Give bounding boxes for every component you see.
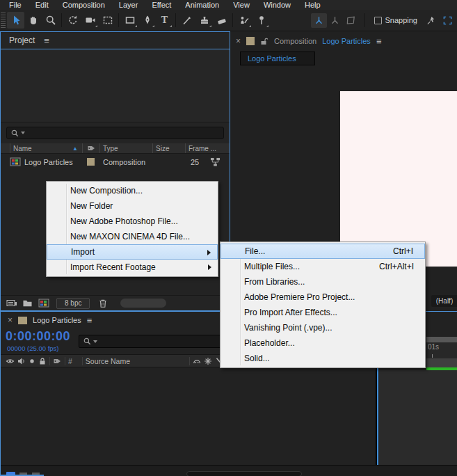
source-name-column-label[interactable]: Source Name <box>86 357 130 365</box>
label-column-icon[interactable] <box>53 357 62 365</box>
item-label-cell[interactable] <box>82 158 99 166</box>
menu-item-import-from-libraries[interactable]: From Libraries... <box>221 274 425 289</box>
brush-tool-icon[interactable] <box>178 12 195 29</box>
view-axis-mode-icon[interactable] <box>343 13 359 28</box>
toggle-modes-icon[interactable] <box>19 473 27 476</box>
menu-item-pro-import-after-effects[interactable]: Pro Import After Effects... <box>221 305 425 320</box>
menu-item-import-file[interactable]: File... Ctrl+I <box>221 244 425 259</box>
project-item-row[interactable]: Logo Particles Composition 25 <box>1 154 230 170</box>
timeline-panel-menu-icon[interactable]: ≡ <box>87 315 93 326</box>
menu-item-import-multiple-files[interactable]: Multiple Files... Ctrl+Alt+I <box>221 259 425 274</box>
resolution-dropdown[interactable]: (Half) <box>431 295 457 307</box>
time-navigator[interactable] <box>426 337 457 342</box>
import-submenu: File... Ctrl+I Multiple Files... Ctrl+Al… <box>220 241 426 368</box>
toolbar-grip[interactable] <box>1 13 6 28</box>
frame-blend-icon[interactable] <box>204 357 212 365</box>
column-size[interactable]: Size <box>152 143 185 153</box>
eraser-tool-icon[interactable] <box>213 12 230 29</box>
trash-icon[interactable] <box>95 299 111 308</box>
composition-tab[interactable]: Logo Particles <box>240 51 315 65</box>
timeline-zoom-slider[interactable] <box>186 471 302 476</box>
interpret-footage-icon[interactable] <box>3 299 19 308</box>
timeline-track-area[interactable] <box>379 370 457 466</box>
label-color-chip[interactable] <box>18 317 27 324</box>
toolbar-right-cluster: Snapping <box>311 13 457 28</box>
new-composition-icon[interactable] <box>35 299 51 308</box>
project-search-input[interactable] <box>6 127 224 139</box>
menu-effect[interactable]: Effect <box>145 0 178 10</box>
toggle-switches-icon[interactable] <box>6 472 15 476</box>
current-timecode[interactable]: 0:00:00:00 <box>6 329 70 344</box>
menu-item-new-folder[interactable]: New Folder <box>47 198 218 214</box>
selection-tool-icon[interactable] <box>7 12 24 29</box>
menu-animation[interactable]: Animation <box>178 0 226 10</box>
sort-ascending-icon[interactable]: ▲ <box>72 145 79 152</box>
composition-viewer[interactable] <box>340 91 457 267</box>
camera-tool-icon[interactable] <box>81 12 99 29</box>
menu-item-new-cinema4d-file[interactable]: New MAXON CINEMA 4D File... <box>47 229 218 244</box>
menu-view[interactable]: View <box>226 0 257 10</box>
local-axis-mode-icon[interactable] <box>311 13 327 28</box>
item-frame-rate-cell: 25 <box>185 157 230 167</box>
new-folder-icon[interactable] <box>19 299 35 308</box>
column-frame-rate[interactable]: Frame ... <box>185 143 230 153</box>
puppet-pin-tool-icon[interactable] <box>252 12 270 29</box>
project-panel-menu-icon[interactable]: ≡ <box>44 35 49 46</box>
solo-icon[interactable] <box>29 358 35 365</box>
menu-item-import-premiere-project[interactable]: Adobe Premiere Pro Project... <box>221 289 425 305</box>
menu-item-import[interactable]: Import <box>47 244 218 260</box>
menu-item-import-solid[interactable]: Solid... <box>221 351 425 366</box>
search-options-icon[interactable] <box>21 132 25 134</box>
search-options-icon[interactable] <box>93 340 97 343</box>
timeline-search-input[interactable] <box>79 335 224 348</box>
audio-speaker-icon[interactable] <box>17 357 26 365</box>
menu-composition[interactable]: Composition <box>56 0 112 10</box>
clone-stamp-tool-icon[interactable] <box>195 12 213 29</box>
index-column-label[interactable]: # <box>68 357 72 365</box>
workspace-brackets-icon[interactable] <box>442 15 453 26</box>
zoom-tool-icon[interactable] <box>42 12 59 29</box>
menu-item-import-placeholder[interactable]: Placeholder... <box>221 335 425 351</box>
pen-tool-icon[interactable] <box>138 12 156 29</box>
column-label[interactable] <box>82 143 99 153</box>
close-icon[interactable]: × <box>236 36 241 46</box>
work-area-bar[interactable] <box>426 358 457 367</box>
column-type[interactable]: Type <box>99 143 152 153</box>
video-eye-icon[interactable] <box>6 357 15 365</box>
snap-pointer-icon[interactable] <box>426 15 436 26</box>
composition-panel-menu-icon[interactable]: ≡ <box>376 36 382 47</box>
hand-tool-icon[interactable] <box>24 12 42 29</box>
menu-item-import-vanishing-point[interactable]: Vanishing Point (.vpe)... <box>221 320 425 335</box>
menu-window[interactable]: Window <box>257 0 298 10</box>
menu-item-import-recent-footage[interactable]: Import Recent Footage <box>47 260 218 275</box>
label-color-chip[interactable] <box>87 158 95 166</box>
label-color-chip[interactable] <box>246 37 255 45</box>
type-tool-icon[interactable]: T <box>156 12 173 29</box>
shy-icon[interactable] <box>193 357 201 365</box>
flowchart-icon[interactable] <box>210 157 221 167</box>
roto-brush-tool-icon[interactable] <box>235 12 252 29</box>
project-panel-header: Project ≡ <box>1 32 230 49</box>
toggle-graph-icon[interactable] <box>32 473 40 476</box>
menu-edit[interactable]: Edit <box>29 0 56 10</box>
time-ruler[interactable]: 01s <box>426 342 457 358</box>
close-icon[interactable]: × <box>8 315 13 325</box>
world-axis-mode-icon[interactable] <box>327 13 343 28</box>
region-of-interest-tool-icon[interactable] <box>99 12 116 29</box>
project-footer-slider[interactable] <box>120 299 166 308</box>
snapping-label[interactable]: Snapping <box>385 16 418 24</box>
column-name[interactable]: Name ▲ <box>10 143 82 153</box>
rectangle-tool-icon[interactable] <box>121 12 138 29</box>
menu-item-new-photoshop-file[interactable]: New Adobe Photoshop File... <box>47 214 218 229</box>
lock-icon[interactable] <box>38 357 47 365</box>
bit-depth-button[interactable]: 8 bpc <box>56 298 90 309</box>
submenu-arrow-icon <box>208 264 211 270</box>
unlock-icon[interactable] <box>260 37 268 45</box>
rotate-tool-icon[interactable] <box>64 12 81 29</box>
menu-help[interactable]: Help <box>298 0 328 10</box>
snapping-checkbox[interactable] <box>374 17 382 24</box>
menu-file[interactable]: File <box>2 0 29 10</box>
menu-item-new-composition[interactable]: New Composition... <box>47 183 218 198</box>
current-time-indicator[interactable] <box>377 368 378 466</box>
menu-layer[interactable]: Layer <box>112 0 145 10</box>
